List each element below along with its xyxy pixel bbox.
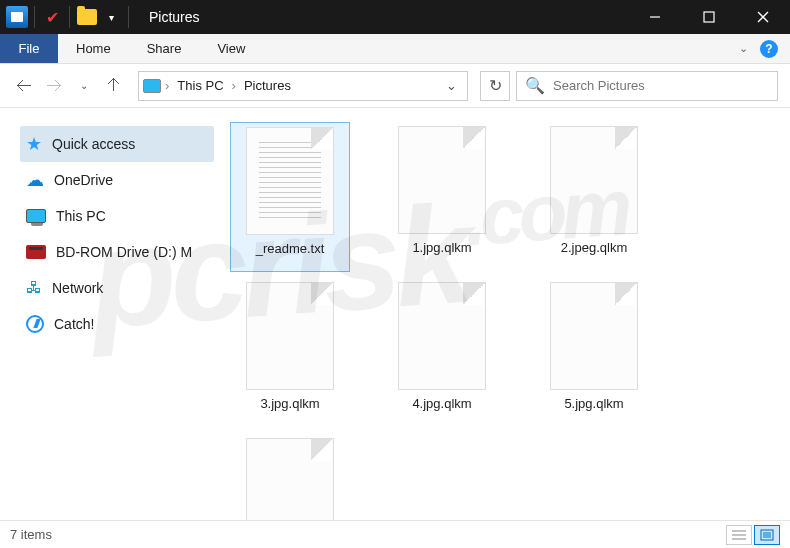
file-name: 2.jpeg.qlkm [561,240,627,255]
file-name: 3.jpg.qlkm [260,396,319,411]
back-button[interactable]: 🡠 [12,74,36,98]
file-thumbnail [550,126,638,234]
qat-folder-icon[interactable] [76,6,98,28]
svg-rect-1 [704,12,714,22]
close-button[interactable] [736,0,790,34]
separator [34,6,35,28]
sidebar-item-label: Network [52,280,103,296]
sidebar-item-label: Quick access [52,136,135,152]
star-icon: ★ [26,133,42,155]
catch-icon [26,315,44,333]
network-icon: 🖧 [26,279,42,297]
title-bar: ✔ ▾ Pictures [0,0,790,34]
ribbon-right: ⌄ ? [739,34,790,63]
sidebar-item-network[interactable]: 🖧 Network [20,270,214,306]
refresh-button[interactable]: ↻ [480,71,510,101]
file-name: _readme.txt [256,241,325,256]
page-fold-icon [615,283,637,305]
sidebar-item-label: This PC [56,208,106,224]
page-fold-icon [311,128,333,150]
view-details-button[interactable] [726,525,752,545]
chevron-right-icon[interactable]: › [165,78,169,93]
tab-view[interactable]: View [199,34,263,63]
separator [69,6,70,28]
sidebar-item-label: BD-ROM Drive (D:) M [56,244,192,260]
sidebar-item-onedrive[interactable]: ☁ OneDrive [20,162,214,198]
page-fold-icon [311,439,333,461]
file-thumbnail [398,282,486,390]
file-name: 1.jpg.qlkm [412,240,471,255]
breadcrumb-folder[interactable]: Pictures [240,78,295,93]
file-item[interactable]: _readme.txt [230,122,350,272]
navigation-pane: ★ Quick access ☁ OneDrive This PC BD-ROM… [0,108,220,520]
file-item[interactable]: 1.jpg.qlkm [382,122,502,272]
help-icon[interactable]: ? [760,40,778,58]
status-bar: 7 items [0,520,790,548]
view-large-icons-button[interactable] [754,525,780,545]
address-bar[interactable]: › This PC › Pictures ⌄ [138,71,468,101]
tab-file[interactable]: File [0,34,58,63]
page-fold-icon [615,127,637,149]
svg-rect-8 [763,532,771,538]
chevron-right-icon[interactable]: › [232,78,236,93]
window-title: Pictures [149,9,200,25]
search-icon: 🔍 [525,76,545,95]
minimize-button[interactable] [628,0,682,34]
monitor-icon [26,209,46,223]
recent-locations-dropdown[interactable]: ⌄ [72,74,96,98]
sidebar-item-bdrom-drive[interactable]: BD-ROM Drive (D:) M [20,234,214,270]
system-icon[interactable] [6,6,28,28]
file-thumbnail [550,282,638,390]
file-name: 4.jpg.qlkm [412,396,471,411]
address-dropdown-icon[interactable]: ⌄ [440,78,463,93]
page-fold-icon [463,127,485,149]
sidebar-item-catch[interactable]: Catch! [20,306,214,342]
titlebar-left: ✔ ▾ Pictures [0,6,200,28]
page-fold-icon [311,283,333,305]
file-thumbnail [246,127,334,235]
drive-icon [26,245,46,259]
explorer-body: ★ Quick access ☁ OneDrive This PC BD-ROM… [0,108,790,520]
file-item[interactable]: 3.jpg.qlkm [230,278,350,428]
location-icon [143,79,161,93]
view-switcher [726,525,780,545]
sidebar-item-quick-access[interactable]: ★ Quick access [20,126,214,162]
breadcrumb-root[interactable]: This PC [173,78,227,93]
sidebar-item-this-pc[interactable]: This PC [20,198,214,234]
search-placeholder: Search Pictures [553,78,645,93]
tab-share[interactable]: Share [129,34,200,63]
forward-button[interactable]: 🡢 [42,74,66,98]
tab-home[interactable]: Home [58,34,129,63]
file-item[interactable]: 5.jpg.qlkm [534,278,654,428]
item-count: 7 items [10,527,52,542]
file-pane[interactable]: _readme.txt1.jpg.qlkm2.jpeg.qlkm3.jpg.ql… [220,108,790,520]
file-item[interactable]: 2.jpeg.qlkm [534,122,654,272]
ribbon-tabs: File Home Share View ⌄ ? [0,34,790,64]
file-thumbnail [398,126,486,234]
search-input[interactable]: 🔍 Search Pictures [516,71,778,101]
qat-dropdown-icon[interactable]: ▾ [100,6,122,28]
file-name: 5.jpg.qlkm [564,396,623,411]
file-thumbnail [246,282,334,390]
cloud-icon: ☁ [26,169,44,191]
file-item[interactable]: 4.jpg.qlkm [382,278,502,428]
sidebar-item-label: Catch! [54,316,94,332]
separator [128,6,129,28]
page-fold-icon [463,283,485,305]
window-controls [628,0,790,34]
expand-ribbon-icon[interactable]: ⌄ [739,42,748,55]
qat-check-icon[interactable]: ✔ [41,6,63,28]
navigation-bar: 🡠 🡢 ⌄ 🡡 › This PC › Pictures ⌄ ↻ 🔍 Searc… [0,64,790,108]
sidebar-item-label: OneDrive [54,172,113,188]
up-button[interactable]: 🡡 [102,74,126,98]
maximize-button[interactable] [682,0,736,34]
